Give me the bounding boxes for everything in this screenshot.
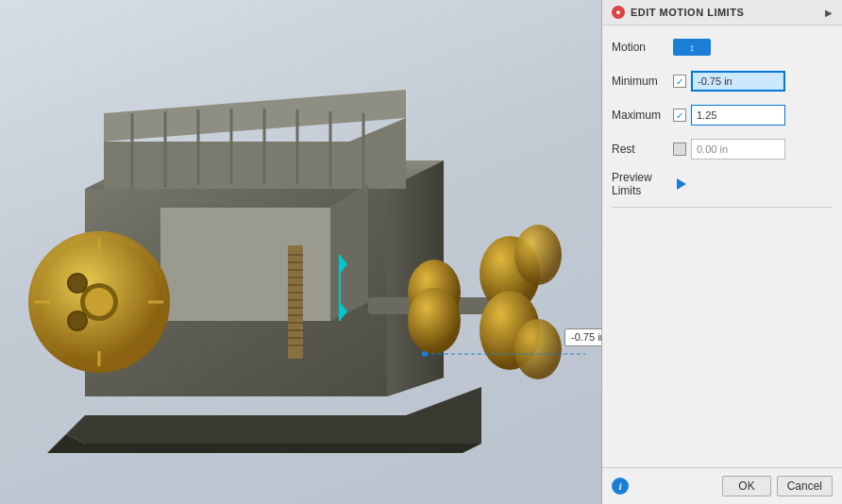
panel-title: EDIT MOTION LIMITS (631, 7, 819, 18)
minimum-input[interactable] (691, 71, 785, 92)
cancel-button[interactable]: Cancel (777, 476, 833, 496)
panel-content: Motion ↕ Minimum Maximum Rest (602, 25, 842, 208)
preview-limits-row: Preview Limits (612, 171, 833, 197)
motion-row: Motion ↕ (612, 35, 833, 59)
preview-limits-label: Preview Limits (612, 171, 673, 197)
preview-play-control (673, 178, 833, 190)
motion-button[interactable]: ↕ (673, 39, 711, 56)
minimum-control (673, 71, 833, 92)
minimum-checkbox[interactable] (673, 75, 686, 88)
svg-marker-17 (330, 184, 368, 321)
minimum-row: Minimum (612, 69, 833, 93)
preview-play-button[interactable] (677, 178, 686, 190)
info-button[interactable]: i (612, 478, 629, 495)
svg-point-53 (422, 351, 428, 357)
maximum-row: Maximum (612, 103, 833, 127)
svg-marker-16 (160, 208, 330, 321)
rest-row: Rest (612, 137, 833, 161)
rest-control (673, 139, 833, 160)
panel-divider (612, 207, 833, 208)
maximum-input[interactable] (691, 105, 785, 126)
maximum-control (673, 105, 833, 126)
svg-marker-6 (104, 90, 406, 142)
svg-point-37 (68, 274, 87, 293)
minimum-label: Minimum (612, 75, 673, 88)
rest-label: Rest (612, 143, 673, 156)
maximum-label: Maximum (612, 109, 673, 122)
panel-collapse-arrow[interactable]: ▶ (825, 8, 833, 18)
panel-header-icon: ● (612, 6, 625, 19)
svg-point-36 (68, 311, 87, 330)
edit-motion-panel: ● EDIT MOTION LIMITS ▶ Motion ↕ Minimum … (601, 0, 842, 504)
motion-label: Motion (612, 41, 673, 54)
rest-input[interactable] (691, 139, 785, 160)
maximum-checkbox[interactable] (673, 109, 686, 122)
svg-point-44 (408, 288, 461, 354)
motion-control: ↕ (673, 39, 833, 56)
svg-point-35 (85, 288, 113, 316)
panel-header: ● EDIT MOTION LIMITS ▶ (602, 0, 842, 25)
svg-point-47 (514, 225, 562, 285)
svg-point-48 (514, 319, 562, 379)
rest-checkbox[interactable] (673, 143, 686, 156)
ok-button[interactable]: OK (722, 476, 770, 496)
panel-bottom: i OK Cancel (602, 467, 842, 504)
